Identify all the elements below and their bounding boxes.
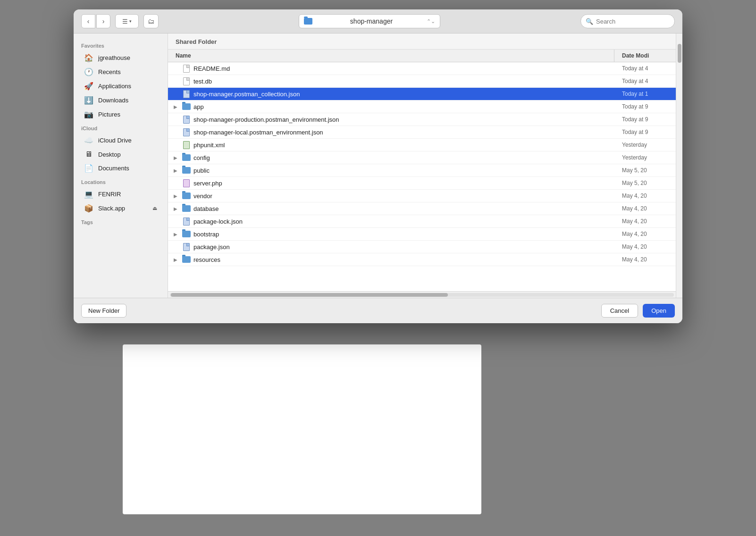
table-row[interactable]: ▶ package-lock.json May 4, 20 (168, 215, 676, 228)
doc-icon (183, 65, 190, 73)
file-icon (182, 166, 191, 175)
file-icon (182, 217, 191, 226)
fenrir-icon: 💻 (84, 190, 93, 199)
file-icon (182, 229, 191, 239)
expand-arrow[interactable]: ▶ (172, 154, 179, 161)
vertical-scrollbar[interactable] (676, 34, 682, 298)
icloud-label: iCloud (74, 122, 168, 133)
table-row[interactable]: ▶ app Today at 9 (168, 100, 676, 113)
file-row-name: ▶ package.json (168, 241, 614, 253)
new-folder-button[interactable]: New Folder (81, 304, 126, 318)
json-icon (183, 90, 190, 98)
open-button[interactable]: Open (643, 304, 675, 318)
search-bar[interactable]: 🔍 (580, 14, 675, 28)
table-row[interactable]: ▶ shop-manager-production.postman_enviro… (168, 113, 676, 126)
file-list: ▶ README.md Today at 4 ▶ test.db Today a… (168, 62, 676, 291)
sidebar-item-downloads[interactable]: ⬇️ Downloads (76, 93, 165, 107)
cancel-button[interactable]: Cancel (601, 304, 638, 318)
expand-arrow[interactable]: ▶ (172, 230, 179, 238)
sidebar-item-recents[interactable]: 🕐 Recents (76, 65, 165, 79)
xml-icon (183, 141, 190, 149)
new-folder-toolbar-button[interactable]: 🗂 (143, 14, 159, 28)
scrollbar-track (170, 293, 674, 297)
file-date: May 4, 20 (614, 255, 676, 264)
horizontal-scrollbar[interactable] (168, 291, 676, 298)
sidebar-item-label: Downloads (98, 97, 128, 104)
sidebar-item-documents[interactable]: 📄 Documents (76, 161, 165, 175)
file-icon (182, 255, 191, 264)
table-row[interactable]: ▶ database May 4, 20 (168, 202, 676, 215)
view-options-button[interactable]: ☰ ▾ (115, 14, 139, 28)
table-row[interactable]: ▶ shop-manager-local.postman_environment… (168, 126, 676, 139)
location-bar[interactable]: shop-manager ⌃⌄ (299, 14, 440, 28)
file-row-name: ▶ app (168, 100, 614, 113)
file-date: May 4, 20 (614, 191, 676, 201)
table-row[interactable]: ▶ package.json May 4, 20 (168, 241, 676, 253)
file-name: app (193, 103, 204, 110)
file-name: database (193, 205, 219, 212)
locations-label: Locations (74, 176, 168, 187)
sidebar-item-desktop[interactable]: 🖥 Desktop (76, 148, 165, 161)
file-icon (182, 64, 191, 73)
table-row[interactable]: ▶ test.db Today at 4 (168, 75, 676, 88)
file-date: Yesterday (614, 140, 676, 150)
applications-icon: 🚀 (84, 82, 93, 91)
file-name: vendor (193, 193, 212, 200)
table-row[interactable]: ▶ phpunit.xml Yesterday (168, 139, 676, 151)
table-row[interactable]: ▶ vendor May 4, 20 (168, 190, 676, 202)
folder-icon (182, 167, 191, 174)
table-row[interactable]: ▶ config Yesterday (168, 151, 676, 164)
file-date: May 4, 20 (614, 204, 676, 213)
sidebar-item-label: Slack.app (98, 205, 125, 212)
json-icon (183, 218, 190, 226)
back-button[interactable]: ‹ (81, 14, 95, 28)
folder-icon (182, 256, 191, 263)
file-row-name: ▶ shop-manager-production.postman_enviro… (168, 113, 614, 126)
file-row-name: ▶ phpunit.xml (168, 139, 614, 151)
sidebar-item-slack[interactable]: 📦 Slack.app ⏏ (76, 201, 165, 215)
file-icon (182, 76, 191, 86)
expand-arrow[interactable]: ▶ (172, 167, 179, 174)
sidebar-item-icloud-drive[interactable]: ☁️ iCloud Drive (76, 134, 165, 147)
file-date: May 4, 20 (614, 242, 676, 251)
file-date: May 5, 20 (614, 166, 676, 175)
expand-arrow[interactable]: ▶ (172, 205, 179, 212)
folder-icon (182, 205, 191, 212)
sidebar-item-fenrir[interactable]: 💻 FENRIR (76, 187, 165, 201)
table-row[interactable]: ▶ public May 5, 20 (168, 164, 676, 177)
file-row-name: ▶ bootstrap (168, 228, 614, 240)
file-date: Yesterday (614, 153, 676, 162)
expand-arrow[interactable]: ▶ (172, 192, 179, 200)
file-row-name: ▶ README.md (168, 62, 614, 75)
table-row[interactable]: ▶ bootstrap May 4, 20 (168, 228, 676, 241)
file-row-name: ▶ resources (168, 253, 614, 266)
file-dialog: ‹ › ☰ ▾ 🗂 shop-manager ⌃⌄ 🔍 (74, 9, 682, 323)
forward-button[interactable]: › (96, 14, 110, 28)
table-row[interactable]: ▶ resources May 4, 20 (168, 253, 676, 266)
sidebar-item-label: Pictures (98, 111, 120, 118)
expand-arrow[interactable]: ▶ (172, 103, 179, 110)
file-icon (182, 191, 191, 201)
file-name: phpunit.xml (193, 142, 225, 149)
sidebar-item-applications[interactable]: 🚀 Applications (76, 79, 165, 93)
file-row-name: ▶ public (168, 164, 614, 176)
file-name: package-lock.json (193, 218, 243, 225)
table-row[interactable]: ▶ server.php May 5, 20 (168, 177, 676, 190)
expand-arrow[interactable]: ▶ (172, 256, 179, 263)
file-row-name: ▶ shop-manager.postman_collection.json (168, 88, 614, 100)
column-headers: Name Date Modi (168, 50, 676, 62)
sidebar-item-jgreathouse[interactable]: 🏠 jgreathouse (76, 51, 165, 65)
icloud-icon: ☁️ (84, 136, 93, 145)
file-name: server.php (193, 180, 222, 187)
json-icon (183, 116, 190, 124)
table-row[interactable]: ▶ README.md Today at 4 (168, 62, 676, 75)
chevron-down-icon: ▾ (129, 19, 132, 24)
col-name-header: Name (168, 50, 614, 62)
search-input[interactable] (596, 18, 662, 25)
sidebar-item-pictures[interactable]: 📷 Pictures (76, 108, 165, 121)
eject-icon[interactable]: ⏏ (152, 205, 157, 211)
file-row-name: ▶ vendor (168, 190, 614, 202)
file-icon (182, 204, 191, 213)
table-row[interactable]: ▶ shop-manager.postman_collection.json T… (168, 88, 676, 100)
json-icon (183, 243, 190, 251)
